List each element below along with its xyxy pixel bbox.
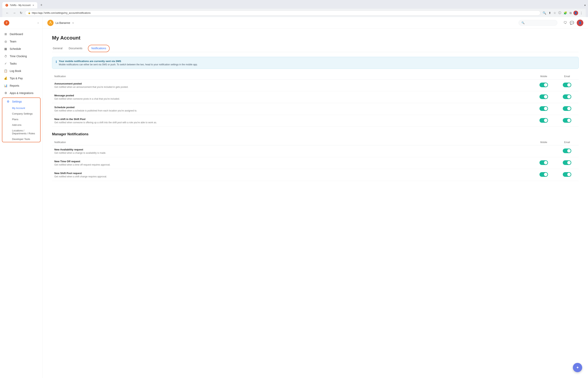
topbar-search[interactable]: 🔍 — [518, 20, 557, 26]
submenu-item-company-settings[interactable]: Company Settings — [12, 111, 40, 117]
toolbar-actions: 🔍 ⬆ ☆ ⓘ 🧩 ⧉ 👤 ⋮ — [542, 11, 583, 15]
notif-cell: Message posted Get notified when someone… — [52, 91, 532, 103]
address-bar[interactable]: 🔒 https://app.7shifts.com/settings/my_ac… — [25, 11, 541, 15]
sidebar-item-apps-integrations[interactable]: ⚙ Apps & Integrations — [0, 89, 43, 97]
mobile-toggle[interactable] — [540, 160, 548, 165]
table-row: New Time Off request Get notified when a… — [52, 157, 579, 169]
org-selector[interactable]: 🍌 La Bananne ∨ — [47, 20, 74, 26]
org-chevron-icon: ∨ — [72, 22, 74, 24]
new-tab-button[interactable]: + — [38, 1, 45, 9]
lock-icon: 🔒 — [28, 12, 31, 14]
email-toggle-cell — [555, 145, 579, 157]
tab-dropdown-button[interactable]: ▾ — [584, 4, 586, 7]
tips-pay-icon: 💰 — [4, 77, 7, 80]
share-button[interactable]: ⬆ — [548, 11, 552, 15]
notif-cell: New shift in the Shift Pool Get notified… — [52, 115, 532, 127]
submenu-item-add-ons[interactable]: Add-ons — [12, 122, 40, 128]
email-toggle[interactable] — [563, 148, 571, 153]
topbar: 🍌 La Bananne ∨ 🔍 🗨 💬 👤 — [43, 17, 588, 29]
sidebar-item-label: Reports — [10, 84, 19, 87]
email-toggle-cell — [555, 91, 579, 103]
browser-tab-active[interactable]: 7 7shifts - My Account × — [2, 2, 37, 8]
refresh-button[interactable]: ↻ — [19, 10, 24, 15]
email-toggle-cell — [555, 80, 579, 91]
back-button[interactable]: ← — [5, 11, 10, 15]
table-row: New Shift Pool request Get notified when… — [52, 169, 579, 181]
notif-name: New shift in the Shift Pool — [54, 118, 530, 121]
browser-menu-button[interactable]: ⋮ — [579, 11, 583, 15]
tab-close-button[interactable]: × — [33, 4, 34, 7]
mobile-toggle[interactable] — [540, 118, 548, 123]
page-title: My Account — [52, 35, 579, 41]
chat-button[interactable]: 💬 — [570, 21, 574, 25]
email-toggle[interactable] — [563, 106, 571, 111]
sidebar-item-dashboard[interactable]: ⊞ Dashboard — [0, 30, 43, 38]
sidebar-item-label: Team — [10, 40, 16, 43]
submenu-item-plans[interactable]: Plans — [12, 117, 40, 122]
team-icon: ◎ — [4, 40, 7, 43]
extensions-button[interactable]: 🧩 — [563, 11, 568, 15]
notif-name: New Availability request — [54, 148, 530, 151]
fab-icon: ✦ — [576, 365, 579, 370]
tab-notifications[interactable]: Notifications — [88, 45, 110, 52]
sidebar-item-tips-pay[interactable]: 💰 Tips & Pay — [0, 75, 43, 82]
submenu-item-locations-departments-roles[interactable]: Locations / Departments / Roles — [12, 128, 40, 136]
submenu-item-my-account[interactable]: My Account — [12, 105, 40, 111]
sidebar-collapse-button[interactable]: ‹ — [38, 21, 39, 25]
reports-icon: 📊 — [4, 84, 7, 87]
schedule-icon: ▦ — [4, 47, 7, 51]
mobile-toggle[interactable] — [540, 94, 548, 99]
sidebar-item-label: Apps & Integrations — [10, 92, 33, 94]
topbar-actions: 🗨 💬 👤 — [563, 20, 583, 26]
mobile-toggle[interactable] — [540, 106, 548, 111]
settings-section: ⚙ Settings My Account Company Settings P… — [2, 97, 41, 142]
email-toggle[interactable] — [563, 118, 571, 123]
email-toggle[interactable] — [563, 160, 571, 165]
user-avatar[interactable]: 👤 — [577, 20, 583, 26]
mobile-toggle-cell — [532, 157, 555, 169]
sidebar-item-settings[interactable]: ⚙ Settings — [2, 98, 40, 105]
browser-user-avatar[interactable]: 👤 — [574, 11, 578, 15]
mobile-toggle[interactable] — [540, 82, 548, 87]
notif-desc: Get notified when an announcement that y… — [54, 86, 530, 88]
main-content: My Account General Documents Notificatio… — [43, 29, 588, 378]
sidebar-item-log-book[interactable]: 📋 Log Book — [0, 67, 43, 75]
bookmark-button[interactable]: ☆ — [553, 11, 557, 15]
forward-button[interactable]: → — [12, 11, 17, 15]
search-icon: 🔍 — [521, 21, 525, 24]
sidebar-item-schedule[interactable]: ▦ Schedule — [0, 45, 43, 53]
notif-cell: New Time Off request Get notified when a… — [52, 157, 532, 169]
info-button[interactable]: ⓘ — [558, 11, 562, 15]
mobile-toggle-cell — [532, 91, 555, 103]
info-banner-body: Mobile notifications can either be sent … — [59, 63, 198, 66]
info-icon: ℹ — [56, 60, 57, 64]
table-row: New Availability request Get notified wh… — [52, 145, 579, 157]
sidebar-item-reports[interactable]: 📊 Reports — [0, 82, 43, 89]
app-container: 7 ‹ ⊞ Dashboard ◎ Team ▦ Schedule ⏱ Time… — [0, 17, 588, 378]
notif-name: Schedule posted — [54, 106, 530, 109]
fab-button[interactable]: ✦ — [573, 363, 582, 372]
browser-toolbar: ← → ↻ 🔒 https://app.7shifts.com/settings… — [2, 9, 586, 17]
email-toggle[interactable] — [563, 82, 571, 87]
email-toggle[interactable] — [563, 94, 571, 99]
org-avatar: 🍌 — [47, 20, 54, 26]
sidebar-item-label: Time Clocking — [10, 55, 27, 58]
sidebar-item-team[interactable]: ◎ Team — [0, 38, 43, 45]
tab-general[interactable]: General — [52, 45, 63, 52]
submenu-item-developer-tools[interactable]: Developer Tools — [12, 136, 40, 142]
notif-name: Announcement posted — [54, 82, 530, 85]
search-toolbar-button[interactable]: 🔍 — [542, 11, 547, 15]
table-row: Announcement posted Get notified when an… — [52, 80, 579, 91]
email-toggle[interactable] — [563, 172, 571, 177]
split-view-button[interactable]: ⧉ — [569, 11, 572, 15]
notifications-button[interactable]: 🗨 — [563, 21, 567, 25]
sidebar-item-tasks[interactable]: ✓ Tasks — [0, 60, 43, 67]
email-toggle-cell — [555, 103, 579, 115]
notif-desc: Get notified when someone is offering up… — [54, 121, 530, 124]
mgr-col-header-mobile: Mobile — [532, 139, 555, 145]
tab-documents[interactable]: Documents — [68, 45, 83, 52]
sidebar-item-label: Settings — [12, 100, 22, 103]
sidebar-item-time-clocking[interactable]: ⏱ Time Clocking — [0, 53, 43, 60]
notif-cell: Announcement posted Get notified when an… — [52, 80, 532, 91]
mobile-toggle[interactable] — [540, 172, 548, 177]
